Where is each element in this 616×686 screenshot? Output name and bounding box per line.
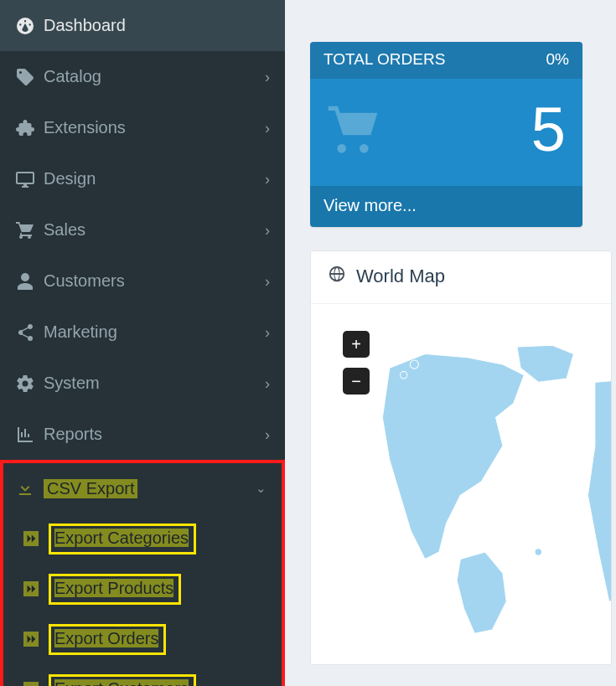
sidebar-item-design[interactable]: Design › — [0, 153, 285, 204]
svg-point-2 — [535, 549, 541, 555]
highlight-box: Export Products — [49, 574, 181, 605]
submenu-label: Export Categories — [54, 529, 189, 547]
world-map-graphic — [361, 321, 612, 656]
sidebar-item-label: Design — [44, 169, 265, 188]
csv-export-categories[interactable]: Export Categories — [3, 513, 282, 564]
dashboard-icon — [15, 16, 44, 36]
double-chevron-icon — [23, 682, 49, 686]
bar-chart-icon — [15, 425, 44, 445]
card-percent: 0% — [546, 50, 569, 69]
sidebar-item-label: Marketing — [44, 322, 265, 342]
sidebar-item-marketing[interactable]: Marketing › — [0, 307, 285, 358]
sidebar-item-label: System — [44, 374, 265, 393]
chevron-right-icon: › — [265, 70, 270, 85]
sidebar-item-system[interactable]: System › — [0, 358, 285, 409]
submenu-label: Export Products — [54, 579, 173, 597]
sidebar-item-label: Extensions — [44, 118, 265, 137]
sidebar-item-catalog[interactable]: Catalog › — [0, 51, 285, 102]
chevron-down-icon: ⌄ — [256, 481, 267, 496]
card-header: TOTAL ORDERS 0% — [310, 42, 582, 79]
chevron-right-icon: › — [265, 223, 270, 238]
chevron-right-icon: › — [265, 274, 270, 289]
svg-point-1 — [400, 372, 406, 379]
tag-icon — [15, 67, 44, 87]
sidebar-item-label: CSV Export — [44, 479, 137, 498]
sidebar-item-csv-export[interactable]: CSV Export ⌄ — [3, 463, 282, 513]
total-orders-card: TOTAL ORDERS 0% 5 View more... — [310, 42, 582, 227]
sidebar-item-customers[interactable]: Customers › — [0, 255, 285, 307]
sidebar-item-label: Customers — [44, 271, 265, 291]
card-body: 5 — [310, 79, 582, 186]
submenu-label: Export Orders — [54, 629, 158, 647]
monitor-icon — [15, 169, 44, 189]
csv-export-orders[interactable]: Export Orders — [3, 614, 282, 664]
main-content: TOTAL ORDERS 0% 5 View more... World Map… — [285, 0, 616, 686]
submenu-label: Export Customers — [54, 679, 189, 687]
gear-icon — [15, 374, 44, 394]
sidebar-item-label: Dashboard — [44, 16, 270, 35]
chevron-right-icon: › — [265, 121, 270, 136]
sidebar-item-label: Sales — [44, 220, 265, 240]
highlight-box: Export Categories — [49, 524, 196, 554]
view-more-link[interactable]: View more... — [310, 186, 582, 227]
card-title: TOTAL ORDERS — [324, 50, 445, 69]
double-chevron-icon — [23, 531, 49, 546]
sidebar-item-sales[interactable]: Sales › — [0, 204, 285, 255]
card-header: World Map — [311, 251, 611, 304]
map-viewport[interactable]: + − — [311, 304, 611, 664]
globe-icon — [328, 265, 346, 288]
puzzle-icon — [15, 118, 44, 138]
world-map-card: World Map + − — [310, 250, 612, 665]
sidebar-item-label: Catalog — [44, 67, 265, 86]
highlight-box: Export Customers — [49, 674, 196, 687]
card-title: World Map — [356, 266, 445, 287]
svg-point-0 — [410, 360, 418, 369]
sidebar: Dashboard Catalog › Extensions › Design … — [0, 0, 285, 686]
chevron-right-icon: › — [265, 427, 270, 442]
sidebar-item-reports[interactable]: Reports › — [0, 409, 285, 460]
csv-export-highlight-box: CSV Export ⌄ Export Categories Export Pr… — [0, 460, 285, 686]
double-chevron-icon — [23, 632, 49, 647]
sidebar-item-dashboard[interactable]: Dashboard — [0, 0, 285, 51]
share-icon — [15, 322, 44, 343]
csv-export-products[interactable]: Export Products — [3, 564, 282, 614]
highlight-box: Export Orders — [49, 624, 166, 655]
sidebar-item-extensions[interactable]: Extensions › — [0, 102, 285, 153]
csv-export-customers[interactable]: Export Customers — [3, 664, 282, 686]
cart-icon — [324, 104, 382, 161]
orders-value: 5 — [531, 94, 566, 165]
chevron-right-icon: › — [265, 325, 270, 340]
sidebar-item-label: Reports — [44, 425, 265, 444]
chevron-right-icon: › — [265, 172, 270, 187]
download-icon — [15, 478, 44, 498]
user-icon — [15, 271, 44, 291]
chevron-right-icon: › — [265, 376, 270, 391]
double-chevron-icon — [23, 581, 49, 596]
cart-icon — [15, 220, 44, 240]
